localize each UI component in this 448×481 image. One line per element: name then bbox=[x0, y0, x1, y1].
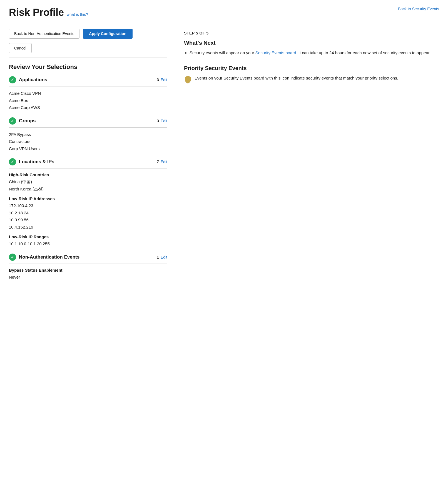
apply-configuration-button[interactable]: Apply Configuration bbox=[83, 29, 133, 39]
left-column: Back to Non-Authentication Events Apply … bbox=[9, 29, 167, 287]
applications-count: 3 bbox=[157, 78, 159, 82]
list-item: China (中国) bbox=[9, 178, 167, 185]
groups-edit-group: 3 Edit bbox=[157, 119, 167, 123]
back-to-non-auth-button[interactable]: Back to Non-Authentication Events bbox=[9, 29, 79, 39]
list-item: 2FA Bypass bbox=[9, 131, 167, 138]
locations-title-group: Locations & IPs bbox=[9, 158, 54, 165]
step-label: STEP 5 OF 5 bbox=[184, 31, 439, 35]
action-buttons-row: Back to Non-Authentication Events Apply … bbox=[9, 29, 167, 39]
non-auth-check-icon bbox=[9, 254, 16, 261]
applications-section-header: Applications 3 Edit bbox=[9, 76, 167, 86]
list-item: North Korea (조선) bbox=[9, 185, 167, 193]
locations-count: 7 bbox=[157, 160, 159, 164]
low-risk-ip-ranges-label: Low-Risk IP Ranges bbox=[9, 234, 167, 239]
right-column: STEP 5 OF 5 What's Next Security events … bbox=[184, 29, 439, 287]
locations-edit-group: 7 Edit bbox=[157, 160, 167, 164]
non-auth-items: Bypass Status Enablement Never bbox=[9, 268, 167, 281]
review-heading: Review Your Selections bbox=[9, 63, 167, 71]
applications-items: Acme Cisco VPN Acme Box Acme Corp AWS bbox=[9, 90, 167, 111]
locations-items: High-Risk Countries China (中国) North Kor… bbox=[9, 172, 167, 247]
back-to-security-link[interactable]: Back to Security Events bbox=[398, 7, 439, 11]
whats-next-heading: What's Next bbox=[184, 40, 439, 46]
cancel-button[interactable]: Cancel bbox=[9, 43, 32, 53]
what-is-this-link[interactable]: what is this? bbox=[67, 12, 88, 17]
non-auth-count: 1 bbox=[157, 255, 159, 259]
page-header: Risk Profile what is this? Back to Secur… bbox=[9, 7, 439, 18]
list-item: 10.2.18.24 bbox=[9, 209, 167, 217]
applications-title-group: Applications bbox=[9, 76, 47, 83]
whats-next-text-before: Security events will appear on your bbox=[190, 50, 255, 55]
groups-items: 2FA Bypass Contractors Corp VPN Users bbox=[9, 131, 167, 152]
high-risk-countries-label: High-Risk Countries bbox=[9, 172, 167, 177]
locations-edit-link[interactable]: Edit bbox=[161, 160, 167, 164]
non-auth-edit-link[interactable]: Edit bbox=[161, 255, 167, 259]
list-item: Corp VPN Users bbox=[9, 145, 167, 152]
list-item: 172.100.4.23 bbox=[9, 202, 167, 209]
whats-next-text-after: . It can take up to 24 hours for each ne… bbox=[296, 50, 431, 55]
non-auth-edit-group: 1 Edit bbox=[157, 255, 167, 259]
low-risk-ip-addresses-label: Low-Risk IP Addresses bbox=[9, 196, 167, 201]
priority-description: Events on your Security Events board wit… bbox=[184, 75, 439, 84]
list-item: Acme Corp AWS bbox=[9, 104, 167, 111]
groups-title-group: Groups bbox=[9, 117, 36, 125]
bypass-status-label: Bypass Status Enablement bbox=[9, 268, 167, 272]
list-item: Contractors bbox=[9, 138, 167, 145]
header-divider bbox=[9, 23, 439, 23]
groups-check-icon bbox=[9, 117, 16, 125]
groups-title: Groups bbox=[19, 118, 36, 124]
action-divider bbox=[9, 58, 167, 58]
header-left: Risk Profile what is this? bbox=[9, 7, 88, 18]
locations-title: Locations & IPs bbox=[19, 159, 54, 165]
priority-text: Events on your Security Events board wit… bbox=[195, 75, 398, 81]
groups-section-header: Groups 3 Edit bbox=[9, 117, 167, 128]
list-item: Acme Box bbox=[9, 97, 167, 104]
whats-next-list: Security events will appear on your Secu… bbox=[184, 49, 439, 56]
applications-edit-link[interactable]: Edit bbox=[161, 78, 167, 82]
applications-title: Applications bbox=[19, 77, 47, 83]
priority-heading: Priority Security Events bbox=[184, 65, 439, 71]
list-item: 10.3.99.56 bbox=[9, 216, 167, 224]
list-item: Security events will appear on your Secu… bbox=[190, 49, 439, 56]
groups-edit-link[interactable]: Edit bbox=[161, 119, 167, 123]
security-events-board-link[interactable]: Security Events board bbox=[255, 50, 296, 55]
list-item: 10.4.152.219 bbox=[9, 224, 167, 231]
list-item: 10.1.10.0-10.1.20.255 bbox=[9, 240, 167, 247]
applications-edit-group: 3 Edit bbox=[157, 78, 167, 82]
main-layout: Back to Non-Authentication Events Apply … bbox=[9, 29, 439, 287]
non-auth-section-header: Non-Authentication Events 1 Edit bbox=[9, 254, 167, 264]
priority-shield-icon bbox=[184, 75, 192, 84]
locations-check-icon bbox=[9, 158, 16, 165]
applications-check-icon bbox=[9, 76, 16, 83]
page-title: Risk Profile bbox=[9, 7, 64, 18]
list-item: Acme Cisco VPN bbox=[9, 90, 167, 97]
non-auth-title-group: Non-Authentication Events bbox=[9, 254, 79, 261]
non-auth-title: Non-Authentication Events bbox=[19, 254, 79, 260]
list-item: Never bbox=[9, 274, 167, 281]
locations-section-header: Locations & IPs 7 Edit bbox=[9, 158, 167, 168]
groups-count: 3 bbox=[157, 119, 159, 123]
